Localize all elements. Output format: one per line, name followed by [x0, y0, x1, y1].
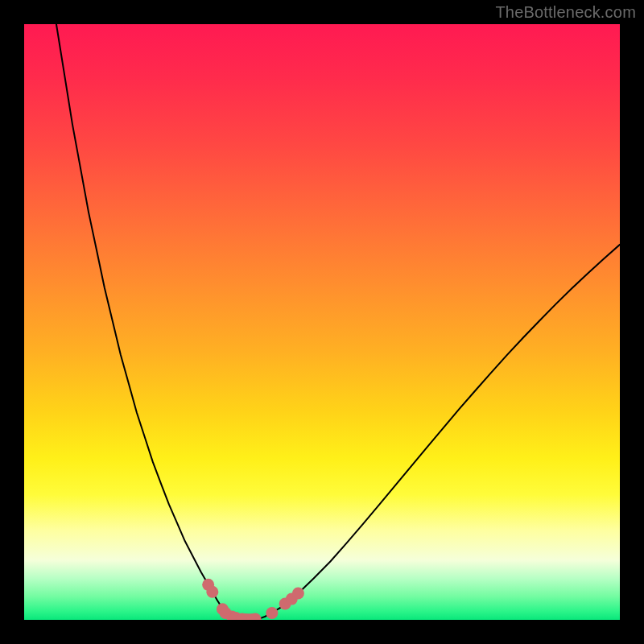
data-marker — [266, 607, 278, 619]
data-marker — [206, 586, 218, 598]
watermark-text: TheBottleneck.com — [495, 3, 636, 22]
curve-group — [56, 24, 620, 620]
data-marker — [292, 588, 304, 600]
chart-frame: TheBottleneck.com — [0, 0, 644, 644]
bottleneck-curve — [56, 24, 620, 620]
plot-area — [24, 24, 620, 620]
bottleneck-curve-svg — [24, 24, 620, 620]
